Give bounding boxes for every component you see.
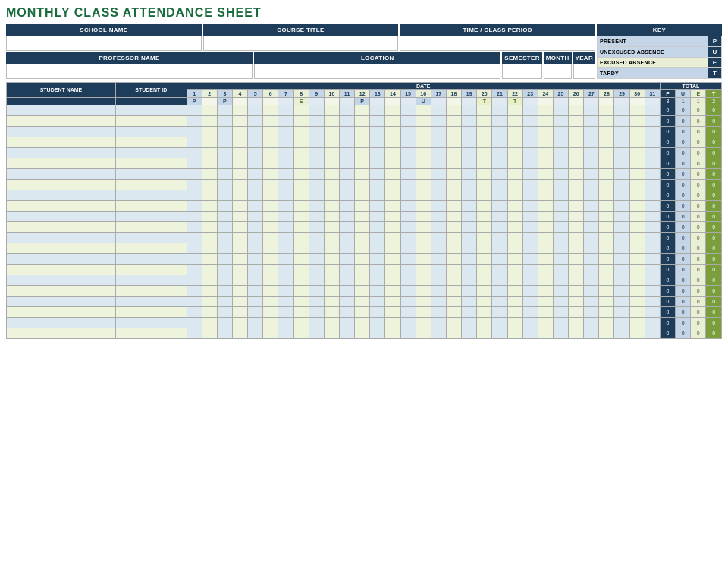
date-cell[interactable] — [278, 233, 293, 243]
date-cell[interactable] — [370, 243, 385, 254]
date-cell[interactable] — [232, 222, 247, 233]
date-cell[interactable] — [248, 297, 263, 307]
date-cell[interactable] — [629, 275, 645, 286]
student-name-cell[interactable] — [7, 222, 116, 233]
date-cell[interactable] — [507, 190, 522, 201]
school-name-input[interactable] — [6, 36, 202, 51]
student-id-cell[interactable] — [115, 297, 187, 307]
date-cell[interactable] — [522, 275, 538, 286]
date-cell[interactable] — [232, 212, 247, 222]
date-cell[interactable] — [599, 328, 614, 339]
date-cell[interactable] — [614, 116, 629, 127]
date-cell[interactable] — [629, 222, 645, 233]
date-cell[interactable] — [400, 148, 416, 158]
student-name-cell[interactable] — [7, 201, 116, 212]
date-cell[interactable] — [569, 212, 584, 222]
date-cell[interactable] — [462, 286, 477, 297]
date-cell[interactable] — [187, 318, 202, 328]
date-cell[interactable] — [645, 148, 660, 158]
date-cell[interactable] — [370, 169, 385, 180]
date-cell[interactable] — [538, 201, 553, 212]
date-cell[interactable] — [431, 137, 446, 148]
mark-cell[interactable] — [569, 98, 584, 105]
date-cell[interactable] — [507, 158, 522, 169]
date-cell[interactable] — [507, 137, 522, 148]
date-cell[interactable] — [187, 212, 202, 222]
date-cell[interactable] — [584, 201, 599, 212]
date-cell[interactable] — [324, 148, 339, 158]
date-cell[interactable] — [477, 212, 492, 222]
student-id-cell[interactable] — [115, 307, 187, 318]
date-cell[interactable] — [217, 307, 232, 318]
date-cell[interactable] — [431, 243, 446, 254]
date-cell[interactable] — [522, 137, 538, 148]
date-cell[interactable] — [599, 243, 614, 254]
date-cell[interactable] — [217, 297, 232, 307]
date-cell[interactable] — [309, 201, 324, 212]
date-cell[interactable] — [355, 148, 370, 158]
date-cell[interactable] — [370, 318, 385, 328]
date-cell[interactable] — [645, 169, 660, 180]
student-id-cell[interactable] — [115, 265, 187, 275]
student-name-cell[interactable] — [7, 105, 116, 116]
student-id-cell[interactable] — [115, 318, 187, 328]
date-cell[interactable] — [248, 233, 263, 243]
date-cell[interactable] — [263, 286, 278, 297]
date-cell[interactable] — [538, 254, 553, 265]
date-cell[interactable] — [538, 328, 553, 339]
date-cell[interactable] — [599, 137, 614, 148]
date-cell[interactable] — [569, 201, 584, 212]
date-cell[interactable] — [293, 212, 309, 222]
date-cell[interactable] — [370, 275, 385, 286]
date-cell[interactable] — [217, 254, 232, 265]
date-cell[interactable] — [217, 148, 232, 158]
date-cell[interactable] — [599, 297, 614, 307]
date-cell[interactable] — [263, 233, 278, 243]
date-cell[interactable] — [339, 137, 354, 148]
date-cell[interactable] — [629, 286, 645, 297]
date-cell[interactable] — [584, 297, 599, 307]
date-cell[interactable] — [355, 127, 370, 137]
date-cell[interactable] — [370, 328, 385, 339]
date-cell[interactable] — [569, 233, 584, 243]
date-cell[interactable] — [446, 180, 461, 190]
date-cell[interactable] — [339, 328, 354, 339]
date-cell[interactable] — [629, 105, 645, 116]
date-cell[interactable] — [248, 180, 263, 190]
date-cell[interactable] — [217, 137, 232, 148]
date-cell[interactable] — [370, 286, 385, 297]
mark-cell[interactable] — [522, 98, 538, 105]
mark-cell[interactable] — [232, 98, 247, 105]
date-cell[interactable] — [309, 254, 324, 265]
date-cell[interactable] — [462, 243, 477, 254]
date-cell[interactable] — [599, 116, 614, 127]
date-cell[interactable] — [569, 180, 584, 190]
date-cell[interactable] — [202, 307, 217, 318]
date-cell[interactable] — [645, 180, 660, 190]
professor-name-input[interactable] — [6, 64, 253, 79]
date-cell[interactable] — [538, 243, 553, 254]
date-cell[interactable] — [416, 275, 431, 286]
date-cell[interactable] — [309, 297, 324, 307]
date-cell[interactable] — [553, 286, 568, 297]
date-cell[interactable] — [614, 243, 629, 254]
student-id-cell[interactable] — [115, 275, 187, 286]
date-cell[interactable] — [599, 201, 614, 212]
date-cell[interactable] — [614, 328, 629, 339]
date-cell[interactable] — [217, 180, 232, 190]
date-cell[interactable] — [232, 286, 247, 297]
date-cell[interactable] — [462, 254, 477, 265]
date-cell[interactable] — [553, 233, 568, 243]
date-cell[interactable] — [538, 233, 553, 243]
date-cell[interactable] — [569, 243, 584, 254]
student-id-cell[interactable] — [115, 212, 187, 222]
date-cell[interactable] — [522, 318, 538, 328]
date-cell[interactable] — [416, 254, 431, 265]
student-name-cell[interactable] — [7, 137, 116, 148]
date-cell[interactable] — [202, 105, 217, 116]
date-cell[interactable] — [431, 190, 446, 201]
date-cell[interactable] — [538, 137, 553, 148]
date-cell[interactable] — [492, 328, 507, 339]
date-cell[interactable] — [385, 222, 400, 233]
date-cell[interactable] — [553, 180, 568, 190]
